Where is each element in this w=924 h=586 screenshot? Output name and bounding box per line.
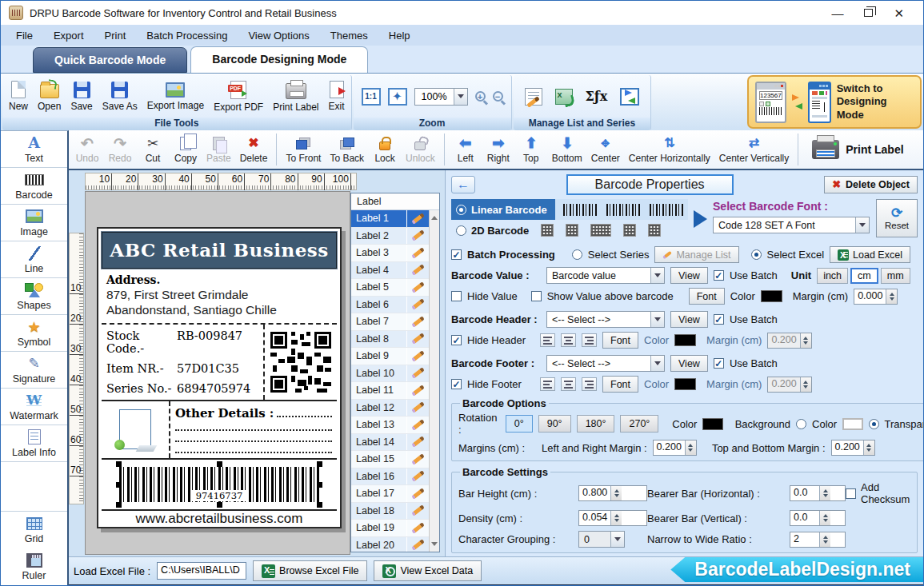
label-list-row[interactable]: Label 6: [351, 297, 429, 314]
unit-cm-button[interactable]: cm: [850, 268, 878, 284]
edit-pencil-icon[interactable]: [406, 313, 429, 330]
sidebar-item-symbol[interactable]: ★Symbol: [1, 315, 67, 352]
rotation-270-button[interactable]: 270°: [620, 415, 658, 433]
label-list-row[interactable]: Label 12: [351, 400, 429, 417]
chevron-down-icon[interactable]: [650, 312, 664, 327]
manage-list-button[interactable]: Manage List: [654, 246, 738, 263]
edit-pencil-icon[interactable]: [406, 245, 429, 261]
view-excel-data-button[interactable]: View Excel Data: [374, 560, 482, 581]
show-value-above-checkbox[interactable]: [531, 291, 542, 301]
edit-pencil-icon[interactable]: [406, 451, 429, 468]
edit-pencil-icon[interactable]: [406, 503, 429, 520]
use-batch-footer-checkbox[interactable]: ✓: [714, 358, 724, 369]
selection-handle[interactable]: [317, 482, 322, 488]
open-button[interactable]: Open: [38, 81, 61, 112]
rotation-0-button[interactable]: 0°: [506, 415, 533, 433]
label-list-scrollbar[interactable]: [429, 210, 439, 552]
browse-excel-file-button[interactable]: Browse Excel File: [253, 560, 367, 581]
edit-pencil-icon[interactable]: [406, 262, 429, 279]
scroll-up-icon[interactable]: [431, 213, 438, 220]
edit-pencil-icon[interactable]: [406, 537, 429, 552]
zoom-out-icon[interactable]: −: [493, 91, 503, 102]
chevron-down-icon[interactable]: [454, 89, 467, 105]
header-margin-spinner[interactable]: 0.200: [767, 333, 811, 349]
print-label-button[interactable]: Print Label: [273, 81, 318, 113]
unit-mm-button[interactable]: mm: [881, 268, 910, 284]
align-right-text-button[interactable]: [582, 377, 597, 391]
sidebar-item-signature[interactable]: ✎Signature: [1, 352, 67, 389]
chevron-down-icon[interactable]: [650, 356, 664, 371]
excel-series-icon[interactable]: [555, 89, 573, 105]
align-bottom-button[interactable]: ⬇Bottom: [552, 132, 582, 167]
selection-handle[interactable]: [217, 502, 222, 508]
excel-path-input[interactable]: C:\Users\IBALL\D: [157, 562, 246, 580]
label-list-row[interactable]: Label 9: [351, 348, 429, 365]
linear-barcode-thumb[interactable]: [650, 204, 685, 216]
edit-pencil-icon[interactable]: [406, 400, 429, 417]
bearer-horizontal-spinner[interactable]: 0.0: [790, 485, 846, 501]
header-select[interactable]: <-- Select -->: [546, 311, 665, 328]
paste-button[interactable]: Paste: [206, 132, 231, 167]
edit-list-icon[interactable]: [525, 88, 542, 106]
center-vertically-button[interactable]: ⇄Center Vertically: [719, 132, 789, 167]
load-excel-button[interactable]: Load Excel: [830, 246, 910, 263]
label-list-row[interactable]: Label 11: [351, 382, 429, 400]
label-list-row[interactable]: Label 17: [351, 485, 429, 503]
fit-to-window-button[interactable]: ✦: [388, 88, 407, 106]
sidebar-item-shapes[interactable]: Shapes: [1, 278, 67, 315]
select-excel-radio[interactable]: [751, 249, 762, 260]
header-font-button[interactable]: Font: [602, 332, 638, 349]
save-button[interactable]: Save: [70, 82, 92, 112]
barcode-color-swatch[interactable]: [702, 418, 722, 430]
to-front-button[interactable]: To Front: [286, 132, 321, 167]
barcode-value-select[interactable]: Barcode value: [546, 267, 665, 284]
sidebar-item-ruler[interactable]: Ruler: [1, 548, 67, 585]
sidebar-item-label-info[interactable]: Label Info: [1, 425, 67, 462]
delete-object-button[interactable]: ✖Delete Object: [824, 176, 918, 193]
label-company-header[interactable]: ABC Retail Business: [102, 232, 337, 269]
redo-button[interactable]: ↷Redo: [108, 132, 132, 167]
sidebar-item-barcode[interactable]: Barcode: [1, 168, 67, 205]
menu-print[interactable]: Print: [94, 26, 137, 45]
selection-handle[interactable]: [116, 482, 122, 488]
sidebar-item-text[interactable]: AText: [1, 131, 67, 168]
label-list-row[interactable]: Label 7: [351, 313, 429, 331]
linear-barcode-thumb[interactable]: [563, 204, 598, 216]
sidebar-item-image[interactable]: Image: [1, 205, 67, 241]
edit-pencil-icon[interactable]: [406, 520, 429, 536]
label-website-text[interactable]: www.abcretailbusiness.com: [102, 511, 337, 527]
chevron-down-icon[interactable]: [650, 268, 664, 283]
label-list-row[interactable]: Label 20: [351, 537, 429, 552]
value-margin-spinner[interactable]: 0.000: [854, 289, 898, 305]
restore-button[interactable]: [864, 9, 873, 17]
reset-button[interactable]: ⟳Reset: [876, 199, 918, 237]
sigma-fx-icon[interactable]: Σƒx: [586, 89, 608, 104]
edit-pencil-icon[interactable]: [406, 279, 429, 296]
footer-font-button[interactable]: Font: [602, 376, 638, 393]
chevron-down-icon[interactable]: [610, 532, 624, 547]
menu-view-options[interactable]: View Options: [238, 26, 319, 45]
transparent-radio[interactable]: [869, 419, 879, 429]
value-color-swatch[interactable]: [761, 290, 782, 302]
qr-code[interactable]: [263, 325, 337, 400]
view-value-button[interactable]: View: [670, 267, 708, 284]
menu-export[interactable]: Export: [43, 26, 94, 45]
selection-handle[interactable]: [116, 502, 122, 508]
add-checksum-checkbox[interactable]: [846, 488, 856, 499]
save-as-button[interactable]: Save As: [102, 82, 138, 112]
align-center-text-button[interactable]: [561, 377, 576, 391]
selection-handle[interactable]: [217, 461, 222, 467]
edit-pencil-icon[interactable]: [406, 417, 429, 433]
bearer-vertical-spinner[interactable]: 0.0: [790, 510, 846, 526]
unit-inch-button[interactable]: inch: [817, 268, 848, 284]
background-color-swatch[interactable]: [842, 418, 862, 430]
lock-button[interactable]: Lock: [373, 132, 397, 167]
chevron-down-icon[interactable]: [855, 217, 869, 233]
view-footer-button[interactable]: View: [670, 355, 708, 372]
edit-pencil-icon[interactable]: [406, 210, 429, 227]
use-batch-value-checkbox[interactable]: ✓: [714, 270, 724, 281]
menu-help[interactable]: Help: [378, 26, 421, 45]
value-font-button[interactable]: Font: [689, 288, 725, 305]
lr-margin-spinner[interactable]: 0.200: [653, 440, 697, 456]
rotation-180-button[interactable]: 180°: [577, 415, 615, 433]
